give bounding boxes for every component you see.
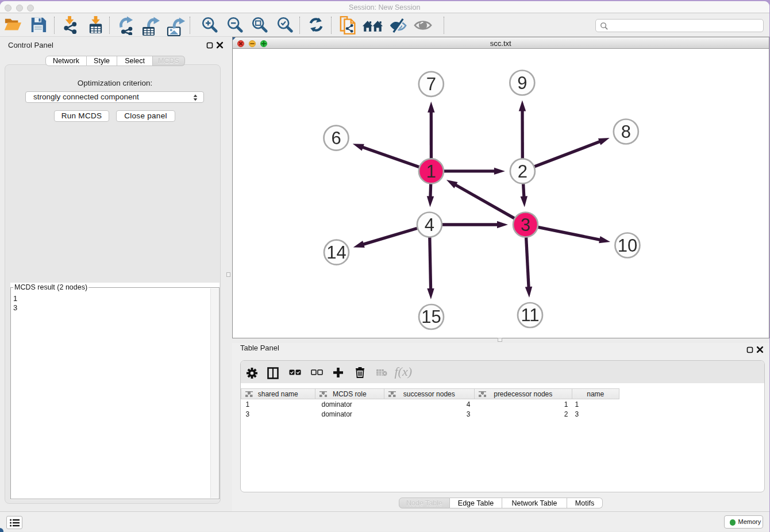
svg-text:1: 1 (426, 161, 436, 182)
svg-text:6: 6 (331, 128, 341, 148)
svg-text:15: 15 (421, 307, 441, 327)
svg-text:10: 10 (618, 236, 637, 256)
svg-text:4: 4 (425, 215, 434, 235)
svg-text:9: 9 (517, 73, 527, 93)
svg-text:2: 2 (518, 161, 528, 182)
svg-text:7: 7 (426, 74, 436, 94)
svg-text:11: 11 (521, 305, 539, 325)
svg-text:3: 3 (521, 215, 530, 235)
svg-text:14: 14 (326, 242, 346, 263)
svg-text:8: 8 (621, 122, 631, 142)
